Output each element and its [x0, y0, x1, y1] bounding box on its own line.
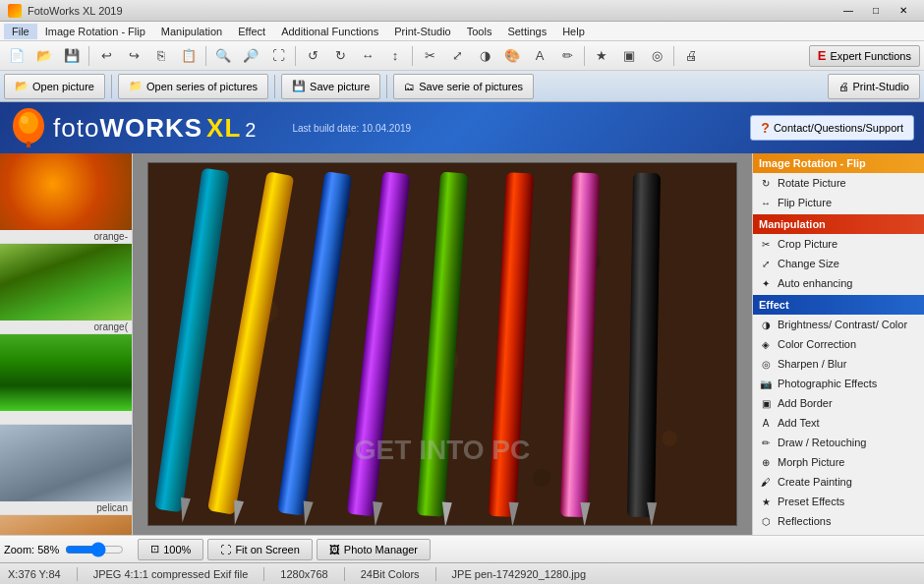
tool-text[interactable]: A	[527, 44, 552, 68]
tool-sharpen[interactable]: ◎	[644, 44, 669, 68]
fit-screen-button[interactable]: ⛶ Fit on Screen	[207, 539, 312, 560]
rotate-picture-item[interactable]: ↻ Rotate Picture	[753, 173, 924, 193]
minimize-button[interactable]: —	[836, 3, 861, 19]
status-colors: 24Bit Colors	[361, 568, 420, 580]
thumb-item-3[interactable]: pelican	[0, 425, 132, 515]
menu-manipulation[interactable]: Manipulation	[153, 24, 230, 39]
tool-fit[interactable]: ⛶	[265, 44, 291, 68]
status-sep-3	[344, 567, 345, 581]
canvas-area: GET INTO PC	[133, 153, 752, 535]
toolbar-sep-1	[88, 46, 89, 66]
flip-picture-label: Flip Picture	[778, 197, 832, 208]
svg-point-1	[19, 112, 38, 134]
brightness-item[interactable]: ◑ Brightness/ Contrast/ Color	[753, 315, 924, 334]
menu-additional[interactable]: Additional Functions	[273, 24, 386, 39]
draw-retouching-item[interactable]: ✏ Draw / Retouching	[753, 433, 924, 452]
status-coords: X:376 Y:84	[8, 568, 61, 580]
reflections-item[interactable]: ⬡ Reflections	[753, 511, 924, 531]
tool-flip-v[interactable]: ↕	[382, 44, 408, 68]
print-studio-icon: 🖨	[838, 81, 849, 92]
tool-new[interactable]: 📄	[4, 44, 29, 68]
svg-point-12	[533, 469, 550, 487]
thumb-image-2	[0, 334, 133, 411]
color-correction-item[interactable]: ◈ Color Correction	[753, 334, 924, 354]
support-button[interactable]: ? Contact/Questions/Support	[750, 115, 914, 141]
menu-help[interactable]: Help	[554, 24, 593, 39]
add-text-item[interactable]: A Add Text	[753, 413, 924, 433]
zoom-100-icon: ⊡	[150, 543, 159, 555]
tool-print[interactable]: 🖨	[678, 44, 704, 68]
tool-brightness[interactable]: ◑	[472, 44, 497, 68]
tool-color[interactable]: 🎨	[499, 44, 525, 68]
main-row: orange- orange( pelican person- plants-	[0, 153, 924, 535]
thumb-label-2	[0, 411, 132, 424]
create-painting-item[interactable]: 🖌 Create Painting	[753, 472, 924, 492]
menu-settings[interactable]: Settings	[499, 24, 554, 39]
open-series-button[interactable]: 📁 Open series of pictures	[118, 74, 268, 99]
effect-header[interactable]: Effect	[753, 295, 924, 315]
tool-effects[interactable]: ★	[589, 44, 614, 68]
tool-rotate-left[interactable]: ↺	[300, 44, 325, 68]
photographic-effects-item[interactable]: 📷 Photographic Effects	[753, 374, 924, 393]
save-serie-button[interactable]: 🗂 Save serie of pictures	[393, 74, 534, 99]
tool-crop[interactable]: ✂	[417, 44, 442, 68]
auto-enhance-item[interactable]: ✦ Auto enhancing	[753, 273, 924, 293]
toolbar-sep-4	[412, 46, 413, 66]
tool-undo[interactable]: ↩	[93, 44, 119, 68]
tool-draw[interactable]: ✏	[554, 44, 580, 68]
support-icon: ?	[761, 120, 770, 136]
expert-functions-button[interactable]: E Expert Functions	[809, 45, 920, 67]
preset-effects-item[interactable]: ★ Preset Effects	[753, 492, 924, 511]
sharpen-blur-item[interactable]: ◎ Sharpen / Blur	[753, 354, 924, 374]
thumb-item-4[interactable]: person-	[0, 515, 132, 535]
flip-picture-item[interactable]: ↔ Flip Picture	[753, 193, 924, 212]
preset-label: Preset Effects	[778, 496, 844, 507]
status-bar: X:376 Y:84 JPEG 4:1:1 compressed Exif fi…	[0, 562, 924, 584]
maximize-button[interactable]: □	[863, 3, 889, 19]
rotation-header[interactable]: Image Rotation - Flip	[753, 153, 924, 173]
close-button[interactable]: ✕	[891, 3, 916, 19]
tool-open[interactable]: 📂	[31, 44, 57, 68]
tool-paste[interactable]: 📋	[176, 44, 202, 68]
tool-flip-h[interactable]: ↔	[355, 44, 380, 68]
morph-item[interactable]: ⊕ Morph Picture	[753, 452, 924, 472]
menu-rotation[interactable]: Image Rotation - Flip	[37, 24, 153, 39]
tool-rotate-right[interactable]: ↻	[327, 44, 353, 68]
crop-picture-item[interactable]: ✂ Crop Picture	[753, 234, 924, 254]
add-border-item[interactable]: ▣ Add Border	[753, 393, 924, 413]
menu-file[interactable]: File	[4, 24, 37, 39]
title-text: FotoWorks XL 2019	[28, 5, 123, 17]
expert-icon: E	[818, 48, 827, 63]
painting-label: Create Painting	[778, 476, 852, 488]
save-picture-button[interactable]: 💾 Save picture	[281, 74, 380, 99]
thumb-item-2[interactable]	[0, 334, 132, 425]
tool-border[interactable]: ▣	[616, 44, 642, 68]
tool-resize[interactable]: ⤢	[444, 44, 470, 68]
tool-copy[interactable]: ⎘	[148, 44, 174, 68]
photo-manager-button[interactable]: 🖼 Photo Manager	[317, 539, 431, 560]
menu-print[interactable]: Print-Studio	[386, 24, 458, 39]
zoom-slider[interactable]	[65, 545, 124, 555]
open-picture-button[interactable]: 📂 Open picture	[4, 74, 105, 99]
zoom-100-button[interactable]: ⊡ 100%	[138, 539, 203, 560]
thumb-item-1[interactable]: orange(	[0, 244, 132, 334]
thumb-item-0[interactable]: orange-	[0, 153, 132, 244]
change-size-item[interactable]: ⤢ Change Size	[753, 254, 924, 273]
status-sep-2	[263, 567, 264, 581]
painting-icon: 🖌	[759, 475, 773, 489]
print-studio-button[interactable]: 🖨 Print-Studio	[828, 74, 920, 99]
tool-save[interactable]: 💾	[59, 44, 85, 68]
tool-zoom-in[interactable]: 🔍	[210, 44, 236, 68]
open-series-icon: 📁	[129, 80, 143, 92]
print-studio-label: Print-Studio	[853, 81, 909, 92]
photographic-effects-icon: 📷	[759, 377, 773, 390]
manipulation-header[interactable]: Manipulation	[753, 214, 924, 234]
menu-effect[interactable]: Effect	[230, 24, 273, 39]
tool-zoom-out[interactable]: 🔎	[238, 44, 263, 68]
tool-redo[interactable]: ↪	[121, 44, 146, 68]
menu-tools[interactable]: Tools	[459, 24, 500, 39]
morph-icon: ⊕	[759, 455, 773, 469]
reflections-label: Reflections	[778, 515, 831, 527]
bottom-bar: Zoom: 58% ⊡ 100% ⛶ Fit on Screen 🖼 Photo…	[0, 535, 924, 562]
thumb-image-3	[0, 425, 133, 501]
